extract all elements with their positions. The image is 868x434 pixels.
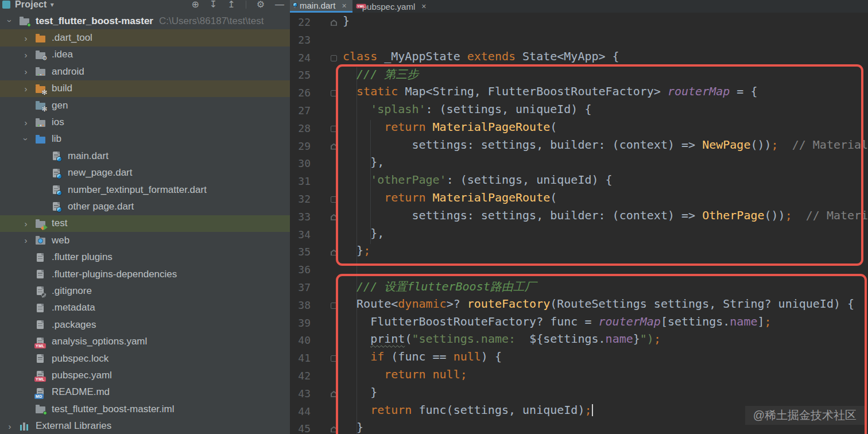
- line-number[interactable]: 24: [290, 52, 311, 64]
- code-line[interactable]: 24class _MyAppState extends State<MyApp>…: [290, 49, 868, 67]
- tree-item-pubspec-yaml[interactable]: YMLpubspec.yaml: [0, 367, 290, 383]
- fold-region-start-icon[interactable]: [331, 196, 337, 203]
- line-number[interactable]: 32: [290, 193, 311, 205]
- code-line[interactable]: 37 /// 设置flutterBoost路由工厂: [290, 279, 868, 297]
- close-icon[interactable]: ×: [342, 1, 347, 10]
- expand-all-icon[interactable]: ↧: [210, 0, 217, 9]
- fold-region-start-icon[interactable]: [331, 55, 337, 61]
- tree-item-gen[interactable]: ✻gen: [0, 97, 290, 114]
- code-line[interactable]: 27 'splash': (settings, uniqueId) {: [290, 102, 868, 120]
- code-line[interactable]: 36: [290, 261, 868, 279]
- line-number[interactable]: 30: [290, 157, 311, 169]
- tree-item-number-textinput-formatter-dart[interactable]: number_textinput_formatter.dart: [0, 181, 290, 198]
- line-number[interactable]: 38: [290, 299, 311, 311]
- tree-item-ios[interactable]: ›ios: [0, 114, 290, 130]
- chevron-collapsed-icon[interactable]: ›: [18, 33, 33, 43]
- fold-region-end-icon[interactable]: [331, 391, 337, 397]
- tree-item-pubspec-lock[interactable]: pubspec.lock: [0, 350, 290, 367]
- fold-region-end-icon[interactable]: [331, 20, 337, 26]
- tree-item-build[interactable]: ›✻build: [0, 80, 290, 97]
- fold-region-start-icon[interactable]: [331, 303, 337, 309]
- tree-item-web[interactable]: ›web: [0, 232, 290, 249]
- tree-item--dart-tool[interactable]: ›.dart_tool: [0, 29, 290, 46]
- line-number[interactable]: 40: [290, 334, 311, 346]
- code-line[interactable]: 22}: [290, 14, 868, 32]
- code-line[interactable]: 32 return MaterialPageRoute(: [290, 191, 868, 208]
- code-line[interactable]: 35 };: [290, 243, 868, 261]
- fold-region-end-icon[interactable]: [331, 214, 337, 220]
- tree-item--packages[interactable]: .packages: [0, 316, 290, 333]
- tree-item--gitignore[interactable]: .gitignore: [0, 282, 290, 299]
- tree-item-lib[interactable]: ›lib: [0, 131, 290, 148]
- chevron-expanded-icon[interactable]: ›: [21, 131, 31, 146]
- code-line[interactable]: 40 print("settings.name: ${settings.name…: [290, 332, 868, 350]
- line-number[interactable]: 44: [290, 405, 311, 417]
- line-number[interactable]: 41: [290, 352, 311, 364]
- code-line[interactable]: 39 FlutterBoostRouteFactory? func = rout…: [290, 315, 868, 332]
- code-line[interactable]: 23: [290, 32, 868, 49]
- chevron-collapsed-icon[interactable]: ›: [18, 219, 33, 228]
- line-number[interactable]: 33: [290, 211, 311, 223]
- tree-item-readme-md[interactable]: MDREADME.md: [0, 384, 290, 401]
- tree-item-new-page-dart[interactable]: new_page.dart: [0, 165, 290, 181]
- tree-item-external-libraries[interactable]: ›External Libraries: [0, 417, 290, 434]
- line-number[interactable]: 22: [290, 16, 311, 28]
- tab-pubspec-yaml[interactable]: YML pubspec.yaml ×: [352, 0, 432, 13]
- chevron-down-icon[interactable]: ▾: [51, 1, 54, 9]
- project-panel-title[interactable]: Project: [15, 0, 47, 10]
- code-line[interactable]: 43 }: [290, 385, 868, 403]
- tree-item--flutter-plugins-dependencies[interactable]: .flutter-plugins-dependencies: [0, 266, 290, 282]
- fold-region-start-icon[interactable]: [331, 126, 337, 132]
- code-line[interactable]: 34 },: [290, 226, 868, 244]
- tree-item-main-dart[interactable]: main.dart: [0, 148, 290, 164]
- line-number[interactable]: 34: [290, 228, 311, 241]
- tree-item-other-page-dart[interactable]: other page.dart: [0, 198, 290, 215]
- code-line[interactable]: 26 static Map<String, FlutterBoostRouteF…: [290, 84, 868, 102]
- fold-region-end-icon[interactable]: [331, 426, 337, 432]
- tree-item-test[interactable]: ›test: [0, 215, 290, 232]
- line-number[interactable]: 25: [290, 69, 311, 81]
- tree-item--flutter-plugins[interactable]: .flutter plugins: [0, 249, 290, 265]
- fold-region-start-icon[interactable]: [331, 355, 337, 362]
- settings-gear-icon[interactable]: ⚙: [257, 0, 265, 9]
- line-number[interactable]: 26: [290, 87, 311, 99]
- tree-item-test-flutter-boost-master-iml[interactable]: test_flutter_boost-master.iml: [0, 401, 290, 417]
- line-number[interactable]: 43: [290, 388, 311, 400]
- tree-item--idea[interactable]: ›⚙.idea: [0, 46, 290, 63]
- tree-item-android[interactable]: ›android: [0, 63, 290, 80]
- code-line[interactable]: 33 settings: settings, builder: (context…: [290, 208, 868, 226]
- chevron-collapsed-icon[interactable]: ›: [18, 84, 33, 94]
- line-number[interactable]: 42: [290, 370, 311, 382]
- chevron-collapsed-icon[interactable]: ›: [18, 50, 33, 60]
- locate-target-icon[interactable]: ⊕: [191, 0, 199, 9]
- tree-item--metadata[interactable]: .metadata: [0, 300, 290, 316]
- line-number[interactable]: 36: [290, 264, 311, 276]
- hide-panel-icon[interactable]: —: [275, 0, 284, 9]
- chevron-expanded-icon[interactable]: ›: [5, 14, 15, 29]
- code-line[interactable]: 29 settings: settings, builder: (context…: [290, 138, 868, 156]
- line-number[interactable]: 28: [290, 122, 311, 134]
- fold-region-end-icon[interactable]: [331, 144, 337, 150]
- chevron-collapsed-icon[interactable]: ›: [18, 67, 33, 76]
- chevron-collapsed-icon[interactable]: ›: [18, 118, 33, 127]
- line-number[interactable]: 31: [290, 175, 311, 187]
- line-number[interactable]: 35: [290, 246, 311, 258]
- tab-main-dart[interactable]: main.dart ×: [290, 0, 352, 13]
- line-number[interactable]: 23: [290, 34, 311, 46]
- fold-region-start-icon[interactable]: [331, 90, 337, 96]
- code-line[interactable]: 38 Route<dynamic>? routeFactory(RouteSet…: [290, 297, 868, 315]
- line-number[interactable]: 45: [290, 423, 311, 434]
- line-number[interactable]: 29: [290, 140, 311, 152]
- close-icon[interactable]: ×: [421, 2, 426, 11]
- fold-region-end-icon[interactable]: [331, 249, 337, 255]
- tree-item-test-flutter-boost-master[interactable]: ›test_flutter_boost-masterC:\Users\86187…: [0, 13, 290, 29]
- chevron-collapsed-icon[interactable]: ›: [2, 421, 17, 431]
- tree-item-analysis-options-yaml[interactable]: YMLanalysis_options.yaml: [0, 333, 290, 350]
- code-line[interactable]: 31 'otherPage': (settings, uniqueId) {: [290, 173, 868, 191]
- code-line[interactable]: 25 /// 第三步: [290, 67, 868, 84]
- code-line[interactable]: 42 return null;: [290, 367, 868, 385]
- line-number[interactable]: 37: [290, 281, 311, 293]
- chevron-collapsed-icon[interactable]: ›: [18, 235, 33, 245]
- line-number[interactable]: 27: [290, 104, 311, 117]
- code-line[interactable]: 28 return MaterialPageRoute(: [290, 120, 868, 138]
